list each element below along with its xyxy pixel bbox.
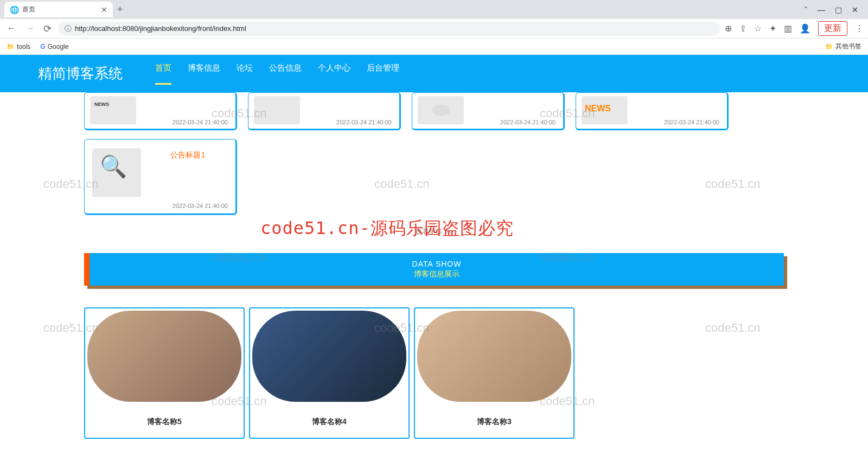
blog-name: 博客名称5	[87, 417, 241, 427]
section-banner: DATA SHOW 博客信息展示	[84, 253, 784, 286]
address-bar: ← → ⟳ ⓘ http://localhost:8080/jingjianbo…	[0, 19, 868, 39]
zoom-icon[interactable]: ⊕	[725, 23, 732, 34]
reload-button[interactable]: ⟳	[41, 21, 54, 37]
section-header: DATA SHOW 博客信息展示	[84, 253, 784, 286]
site-header: 精简博客系统 首页 博客信息 论坛 公告信息 个人中心 后台管理	[0, 55, 868, 92]
news-card[interactable]: 2022-03-24 21:40:00	[412, 92, 565, 130]
nav-personal[interactable]: 个人中心	[318, 63, 350, 85]
news-card[interactable]: 2022-03-24 21:40:00	[576, 92, 729, 130]
folder-icon: 📁	[825, 43, 833, 51]
browser-tab[interactable]: 🌐 首页 ✕	[4, 2, 113, 17]
browser-chrome: 🌐 首页 ✕ + ˅ — ▢ ✕ ← → ⟳ ⓘ http://localhos…	[0, 0, 868, 55]
globe-icon: 🌐	[10, 5, 19, 14]
blog-card[interactable]: 博客名称4	[249, 307, 410, 439]
announcement-card[interactable]: 公告标题1 2022-03-24 21:40:00	[84, 139, 237, 215]
page-content: 精简博客系统 首页 博客信息 论坛 公告信息 个人中心 后台管理 2022-03…	[0, 55, 868, 467]
window-dropdown-icon[interactable]: ˅	[804, 5, 808, 14]
news-thumbnail-icon	[90, 96, 136, 124]
bookmark-tools[interactable]: 📁 tools	[7, 43, 30, 51]
announcement-title: 公告标题1	[170, 150, 205, 160]
bookmark-google[interactable]: G Google	[40, 43, 68, 51]
new-tab-button[interactable]: +	[117, 4, 123, 15]
bookmark-star-icon[interactable]: ☆	[754, 23, 762, 34]
news-date: 2022-03-24 21:40:00	[500, 119, 556, 125]
share-icon[interactable]: ⇪	[739, 23, 746, 34]
site-title: 精简博客系统	[38, 64, 123, 83]
blog-cards-row: 博客名称5 博客名称4 博客名称3	[84, 307, 784, 439]
news-date: 2022-03-24 21:40:00	[664, 119, 719, 125]
bookmarks-bar: 📁 tools G Google 📁 其他书签	[0, 39, 868, 55]
forward-button[interactable]: →	[23, 21, 37, 36]
blog-avatar	[87, 311, 241, 402]
main-content: 2022-03-24 21:40:00 2022-03-24 21:40:00 …	[0, 92, 868, 450]
nav-admin[interactable]: 后台管理	[367, 63, 399, 85]
window-controls: ˅ — ▢ ✕	[804, 5, 864, 14]
news-date: 2022-03-24 21:40:00	[336, 119, 392, 125]
url-text: http://localhost:8080/jingjianbokexitong…	[75, 24, 246, 33]
section-title-cn: 博客信息展示	[414, 269, 459, 279]
nav-blog-info[interactable]: 博客信息	[188, 63, 220, 85]
news-date: 2022-03-24 21:40:00	[173, 119, 228, 125]
nav-forum[interactable]: 论坛	[237, 63, 253, 85]
profile-icon[interactable]: 👤	[800, 23, 810, 34]
announcement-thumbnail-icon	[92, 148, 141, 197]
news-cards-row: 2022-03-24 21:40:00 2022-03-24 21:40:00 …	[84, 92, 784, 130]
folder-icon: 📁	[7, 43, 15, 51]
side-panel-icon[interactable]: ▥	[784, 23, 792, 34]
window-maximize-icon[interactable]: ▢	[835, 5, 842, 14]
section-title-en: DATA SHOW	[412, 260, 462, 268]
view-more-link[interactable]: 查看更多 >>	[84, 227, 784, 237]
google-icon: G	[40, 43, 45, 51]
url-field[interactable]: ⓘ http://localhost:8080/jingjianbokexito…	[58, 22, 720, 36]
news-thumbnail-icon	[582, 96, 628, 124]
blog-card[interactable]: 博客名称5	[84, 307, 245, 439]
tab-title: 首页	[22, 5, 35, 14]
back-button[interactable]: ←	[4, 21, 18, 36]
blog-card[interactable]: 博客名称3	[414, 307, 575, 439]
announcement-date: 2022-03-24 21:40:00	[173, 203, 228, 209]
blog-avatar	[417, 311, 571, 402]
window-minimize-icon[interactable]: —	[818, 5, 825, 14]
nav-announcement[interactable]: 公告信息	[269, 63, 302, 85]
news-card[interactable]: 2022-03-24 21:40:00	[84, 92, 237, 130]
tab-bar: 🌐 首页 ✕ + ˅ — ▢ ✕	[0, 0, 868, 19]
window-close-icon[interactable]: ✕	[852, 5, 858, 14]
address-icons: ⊕ ⇪ ☆ ✦ ▥ 👤 更新 ⋮	[725, 21, 864, 36]
news-thumbnail-icon	[418, 96, 464, 124]
blog-name: 博客名称4	[252, 417, 406, 427]
bookmark-other[interactable]: 📁 其他书签	[825, 42, 861, 51]
tab-close-icon[interactable]: ✕	[101, 5, 107, 14]
nav-home[interactable]: 首页	[155, 63, 171, 85]
update-button[interactable]: 更新	[818, 21, 847, 36]
blog-avatar	[252, 311, 406, 402]
blog-name: 博客名称3	[417, 417, 571, 427]
site-info-icon[interactable]: ⓘ	[65, 24, 72, 34]
main-nav: 首页 博客信息 论坛 公告信息 个人中心 后台管理	[155, 63, 399, 85]
news-card[interactable]: 2022-03-24 21:40:00	[248, 92, 401, 130]
news-thumbnail-icon	[254, 96, 300, 124]
menu-icon[interactable]: ⋮	[855, 23, 864, 34]
extensions-icon[interactable]: ✦	[769, 23, 776, 34]
